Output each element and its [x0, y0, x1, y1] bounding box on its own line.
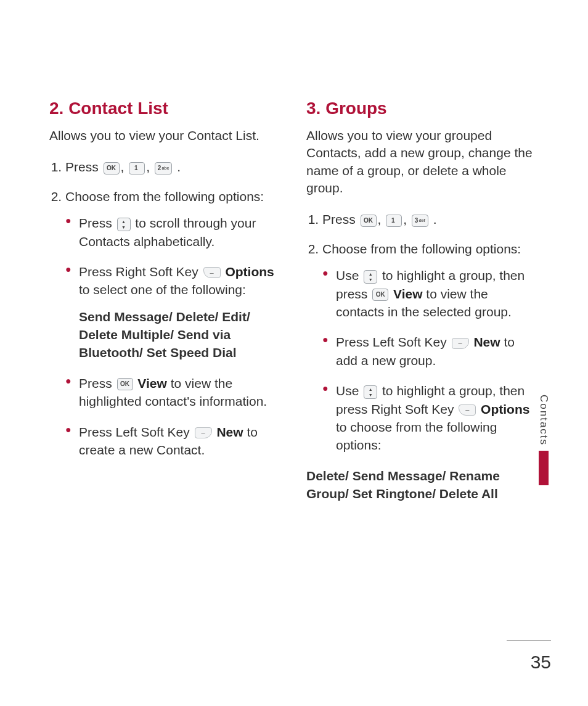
step-text: Choose from the following options:	[322, 242, 521, 256]
step-item: Press OK, 1 , 2abc .	[65, 158, 282, 176]
list-item: Press Right Soft Key – Options to select…	[79, 263, 282, 362]
step-item: Press OK, 1 , 3def .	[322, 210, 539, 228]
step-text: Press	[65, 160, 102, 174]
side-tab-label: Contacts	[537, 395, 550, 446]
option-strong: View	[393, 287, 422, 301]
left-soft-key-icon: –	[452, 338, 469, 349]
footer-rule	[507, 640, 551, 641]
sep-text: ,	[146, 160, 153, 174]
step-text: Press	[322, 212, 359, 226]
sep-text: ,	[121, 160, 128, 174]
option-text: Use	[336, 384, 362, 398]
side-tab-bar-icon	[539, 451, 549, 485]
nav-updown-icon: ▲▼	[364, 385, 377, 399]
option-text: Press	[79, 216, 116, 230]
key-sub: abc	[161, 166, 169, 170]
options-list: Use ▲▼ to highlight a group, then press …	[322, 266, 539, 454]
key-3-icon: 3def	[412, 215, 428, 227]
list-item: Use ▲▼ to highlight a group, then press …	[336, 266, 539, 321]
section-title-contact-list: 2. Contact List	[49, 99, 282, 118]
ok-key-icon: OK	[117, 378, 133, 390]
ok-key-icon: OK	[361, 215, 377, 227]
option-sublist: Send Message/ Delete/ Edit/ Delete Multi…	[79, 308, 282, 362]
steps-list: Press OK, 1 , 3def . Choose from the fol…	[306, 210, 539, 454]
section-side-tab: Contacts	[536, 395, 551, 485]
option-text: to select one of the following:	[79, 282, 246, 297]
steps-list: Press OK, 1 , 2abc . Choose from the fol…	[49, 158, 282, 459]
option-text: to choose from the following options:	[336, 420, 497, 452]
sep-text: ,	[403, 212, 410, 226]
key-sub	[395, 218, 396, 223]
option-text: Press	[79, 376, 116, 390]
step-item: Choose from the following options: Use ▲…	[322, 240, 539, 454]
key-main: 1	[391, 218, 395, 224]
option-text: Use	[336, 268, 362, 282]
nav-updown-icon: ▲▼	[364, 270, 377, 284]
options-summary: Delete/ Send Message/ Rename Group/ Set …	[306, 467, 539, 503]
end-text: .	[430, 212, 437, 226]
right-column: 3. Groups Allows you to view your groupe…	[306, 99, 539, 515]
section-title-groups: 3. Groups	[306, 99, 539, 118]
list-item: Press Left Soft Key – New to add a new g…	[336, 333, 539, 369]
sep-text: ,	[378, 212, 385, 226]
list-item: Press Left Soft Key – New to create a ne…	[79, 423, 282, 459]
option-text: Press Right Soft Key	[79, 265, 202, 279]
option-strong: New	[473, 335, 500, 349]
key-1-icon: 1	[386, 215, 402, 227]
nav-updown-icon: ▲▼	[117, 218, 131, 231]
right-soft-key-icon: –	[203, 267, 221, 278]
step-text: Choose from the following options:	[65, 189, 264, 203]
left-soft-key-icon: –	[195, 427, 212, 438]
option-strong: Options	[225, 265, 274, 279]
step-item: Choose from the following options: Press…	[65, 187, 282, 459]
option-strong: New	[216, 425, 243, 439]
option-strong: View	[137, 376, 166, 390]
intro-text: Allows you to view your grouped Contacts…	[306, 127, 539, 197]
intro-text: Allows you to view your Contact List.	[49, 127, 282, 144]
list-item: Press ▲▼ to scroll through your Contacts…	[79, 214, 282, 250]
ok-key-icon: OK	[104, 162, 120, 174]
options-list: Press ▲▼ to scroll through your Contacts…	[65, 214, 282, 459]
page-number: 35	[531, 652, 551, 673]
key-sub	[138, 166, 139, 170]
option-text: Press Left Soft Key	[79, 425, 194, 439]
key-1-icon: 1	[129, 162, 145, 174]
key-2-icon: 2abc	[155, 162, 173, 174]
key-main: 1	[134, 165, 138, 171]
manual-page: 2. Contact List Allows you to view your …	[0, 0, 588, 706]
content-columns: 2. Contact List Allows you to view your …	[49, 99, 539, 515]
right-soft-key-icon: –	[459, 404, 476, 416]
list-item: Press OK View to view the highlighted co…	[79, 374, 282, 411]
key-sub: def	[419, 218, 425, 223]
option-strong: Options	[481, 402, 529, 416]
option-text: Press Left Soft Key	[336, 335, 451, 349]
key-main: 2	[158, 165, 161, 171]
end-text: .	[173, 160, 181, 174]
ok-key-icon: OK	[372, 289, 388, 301]
left-column: 2. Contact List Allows you to view your …	[49, 99, 282, 515]
list-item: Use ▲▼ to highlight a group, then press …	[336, 382, 539, 454]
key-main: 3	[415, 218, 419, 224]
